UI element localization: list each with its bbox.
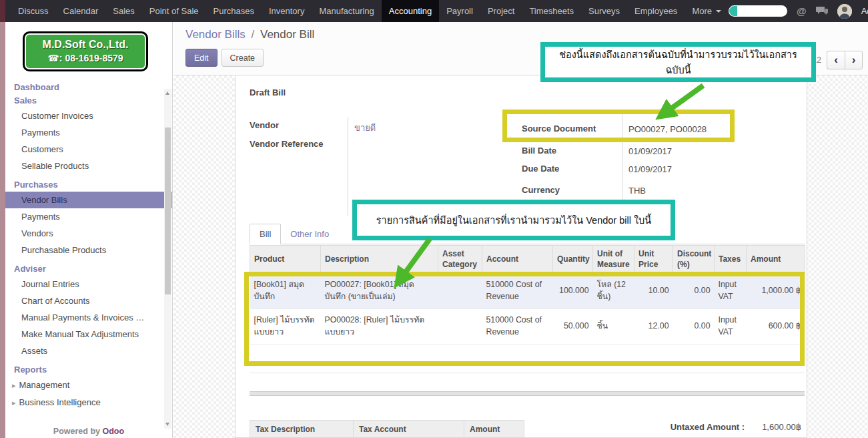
phone-number: : 08-1619-8579 [59, 53, 123, 63]
cell-quantity[interactable]: 50.000 [553, 308, 593, 344]
nav-manufacturing[interactable]: Manufacturing [312, 0, 381, 22]
nav-timesheets[interactable]: Timesheets [522, 0, 581, 22]
sidebar-item-journal-entries[interactable]: Journal Entries [5, 276, 172, 292]
col-tax-account: Tax Account [354, 421, 464, 438]
window-edge-strip [0, 0, 5, 438]
tax-summary-table: Tax Description Tax Account Amount [250, 420, 524, 438]
sidebar-item-assets[interactable]: Assets [5, 343, 172, 359]
tab-bill[interactable]: Bill [250, 224, 281, 244]
sidebar-item-chart-of-accounts[interactable]: Chart of Accounts [5, 292, 172, 309]
sidebar-item-purchasable-products[interactable]: Purchasable Products [5, 242, 172, 258]
sidebar-item-vendors[interactable]: Vendors [5, 225, 172, 242]
nav-payroll[interactable]: Payroll [439, 0, 480, 22]
currency-value[interactable]: THB [628, 186, 646, 196]
nav-point-of-sale[interactable]: Point of Sale [142, 0, 206, 22]
edit-button[interactable]: Edit [185, 49, 218, 67]
nav-sales[interactable]: Sales [105, 0, 142, 22]
sidebar-item-payments-sales[interactable]: Payments [5, 124, 172, 141]
chat-bubble-icon[interactable] [816, 6, 828, 17]
sidebar-item-business-intelligence[interactable]: ▸Business Intelligence [5, 394, 172, 411]
nav-accounting-active[interactable]: Accounting [382, 0, 439, 22]
cell-amount[interactable]: 600.00 ฿ [747, 308, 805, 344]
nav-more[interactable]: More [685, 0, 729, 22]
nav-project[interactable]: Project [480, 0, 522, 22]
cell-product[interactable]: [Ruler] ไม้บรรทัดแบบยาว [250, 308, 321, 344]
tab-other-info[interactable]: Other Info [281, 224, 338, 244]
scroll-up-icon[interactable] [165, 91, 169, 95]
sidebar-item-customers[interactable]: Customers [5, 141, 172, 158]
cell-asset-category[interactable] [438, 274, 482, 309]
nav-discuss[interactable]: Discuss [11, 0, 56, 22]
scrollbar-thumb[interactable] [165, 128, 171, 294]
nav-surveys[interactable]: Surveys [581, 0, 627, 22]
sidebar: M.D.Soft Co.,Ltd. ☎: 08-1619-8579 Dashbo… [5, 22, 173, 438]
nav-calendar[interactable]: Calendar [56, 0, 106, 22]
sidebar-heading-purchases[interactable]: Purchases [5, 178, 172, 192]
mention-at-icon[interactable]: @ [797, 6, 807, 16]
top-nav-menu: Discuss Calendar Sales Point of Sale Pur… [11, 0, 729, 22]
create-button[interactable]: Create [222, 49, 264, 67]
sidebar-item-management[interactable]: ▸Management [5, 377, 172, 394]
source-document-label: Source Document [522, 124, 596, 134]
col-tax-amount: Amount [464, 421, 524, 438]
col-unit-of-measure: Unit of Measure [593, 246, 634, 274]
scroll-down-icon[interactable] [165, 423, 169, 426]
cell-asset-category[interactable] [438, 308, 482, 344]
col-tax-description: Tax Description [250, 421, 354, 438]
sidebar-item-sellable-products[interactable]: Sellable Products [5, 158, 172, 174]
untaxed-amount-value: 1,600.00฿ [762, 422, 801, 432]
cell-description[interactable]: PO00027: [Book01] สมุดบันทึก (ขายเป็นเล่… [321, 274, 438, 309]
source-document-value[interactable]: PO00027, PO00028 [628, 124, 707, 134]
col-amount: Amount [747, 246, 805, 274]
user-menu[interactable]: Administrator [861, 6, 868, 16]
sidebar-item-dashboard[interactable]: Dashboard [5, 81, 172, 94]
totals-block: Untaxed Amount : 1,600.00฿ [671, 422, 801, 432]
pager-next-button[interactable]: › [845, 51, 863, 69]
pager-buttons: ‹ › [827, 51, 863, 69]
cell-account[interactable]: 510000 Cost of Revenue [482, 308, 553, 344]
cell-description[interactable]: PO00028: [Ruler] ไม้บรรทัดแบบยาว [321, 308, 438, 344]
cell-account[interactable]: 510000 Cost of Revenue [482, 274, 553, 309]
user-avatar[interactable] [837, 4, 852, 19]
sidebar-item-payments-purchases[interactable]: Payments [5, 208, 172, 225]
cell-discount[interactable]: 0.00 [673, 274, 715, 309]
cell-taxes[interactable]: Input VAT [715, 308, 747, 344]
cell-unit-price[interactable]: 12.00 [634, 308, 673, 344]
odoo-app-window: Discuss Calendar Sales Point of Sale Pur… [0, 0, 868, 438]
vendor-bill-sheet: Draft Bill Vendor ขายดี Vendor Reference… [235, 75, 807, 438]
powered-by: Powered by Odoo [5, 427, 172, 436]
sidebar-scrollbar[interactable] [164, 89, 171, 429]
lines-header-row: Product Description Asset Category Accou… [250, 246, 805, 274]
odoo-brand[interactable]: Odoo [103, 427, 125, 436]
sidebar-item-customer-invoices[interactable]: Customer Invoices [5, 107, 172, 124]
nav-purchases[interactable]: Purchases [206, 0, 262, 22]
systray-progress-input[interactable] [729, 5, 787, 17]
breadcrumb: Vendor Bills / Vendor Bill [185, 28, 314, 41]
cell-amount[interactable]: 1,000.00 ฿ [747, 274, 805, 309]
invoice-line-row-2[interactable]: [Ruler] ไม้บรรทัดแบบยาว PO00028: [Ruler]… [250, 308, 805, 344]
sidebar-heading-reports[interactable]: Reports [5, 363, 172, 377]
cell-uom[interactable]: ชิ้น [593, 308, 634, 344]
cell-unit-price[interactable]: 10.00 [634, 274, 673, 309]
bill-date-value[interactable]: 01/09/2017 [628, 146, 672, 156]
col-asset-category: Asset Category [438, 246, 482, 274]
breadcrumb-vendor-bills[interactable]: Vendor Bills [185, 28, 246, 41]
sidebar-item-manual-payments-invoices[interactable]: Manual Payments & Invoices … [5, 309, 172, 326]
cell-taxes[interactable]: Input VAT [715, 274, 747, 309]
expand-arrow-icon: ▸ [12, 399, 16, 407]
nav-employees[interactable]: Employees [627, 0, 685, 22]
pager-previous-button[interactable]: ‹ [827, 51, 845, 69]
nav-inventory[interactable]: Inventory [262, 0, 312, 22]
cell-uom[interactable]: โหล (12 ชิ้น) [593, 274, 634, 309]
cell-discount[interactable]: 0.00 [673, 308, 715, 344]
invoice-line-row-1[interactable]: [Book01] สมุดบันทึก PO00027: [Book01] สม… [250, 274, 805, 309]
due-date-value[interactable]: 01/09/2017 [628, 164, 672, 174]
sidebar-heading-sales[interactable]: Sales [5, 94, 172, 107]
systray: @ Administrator [729, 0, 868, 22]
cell-quantity[interactable]: 100.000 [553, 274, 593, 309]
sidebar-item-vendor-bills-selected[interactable]: Vendor Bills [5, 192, 172, 208]
sidebar-heading-adviser[interactable]: Adviser [5, 262, 172, 276]
sidebar-item-make-manual-tax-adjustments[interactable]: Make Manual Tax Adjustments [5, 326, 172, 343]
cell-product[interactable]: [Book01] สมุดบันทึก [250, 274, 321, 309]
vendor-value[interactable]: ขายดี [354, 121, 376, 135]
